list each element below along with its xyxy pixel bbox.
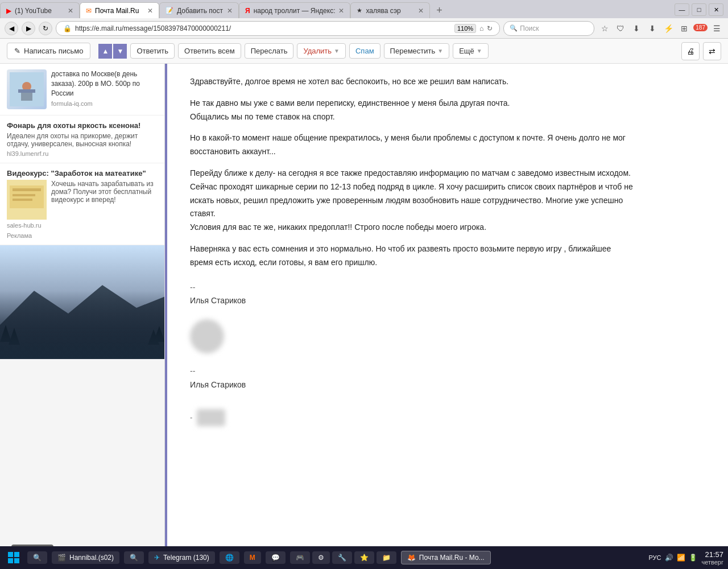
tab-title-youtube: (1) YouTube <box>15 7 64 15</box>
url-box[interactable]: 🔒 https://e.mail.ru/message/150839784700… <box>56 21 500 36</box>
tab-close-yandex[interactable]: ✕ <box>338 7 344 15</box>
taskbar-search[interactable]: 🔍 <box>27 551 47 564</box>
minimize-button[interactable]: — <box>675 3 689 16</box>
more-button[interactable]: Ещё ▼ <box>453 43 489 59</box>
ti1: 🎮 <box>296 554 304 562</box>
tab-close-addpost[interactable]: ✕ <box>227 7 233 15</box>
email-paragraph-2: Не так давно мы уже с вами вели переписк… <box>190 97 634 124</box>
move-label: Переместить <box>390 47 436 55</box>
move-dropdown-icon: ▼ <box>437 48 443 54</box>
tab-mail[interactable]: ✉ Почта Mail.Ru ✕ <box>80 2 159 18</box>
prev-mail-button[interactable]: ▲ <box>98 44 112 59</box>
taskbar-search-icon: 🔍 <box>33 554 42 562</box>
extensions-icon[interactable]: ⚡ <box>661 22 675 35</box>
reply-all-button[interactable]: Ответить всем <box>178 43 241 59</box>
taskbar-search2[interactable]: 🔍 <box>124 551 144 564</box>
taskbar-day: четверг <box>702 559 724 566</box>
apps-icon[interactable]: ⊞ <box>677 22 691 35</box>
taskbar-chat[interactable]: 💬 <box>266 551 286 564</box>
taskbar-icon-1[interactable]: 🎮 <box>290 551 310 564</box>
search-placeholder: Поиск <box>520 24 539 32</box>
close-button[interactable]: ✕ <box>709 3 723 16</box>
taskbar-mail-icon: 🦊 <box>407 554 416 562</box>
ad-description-delivery: доставка по Москве(в день заказа). 200р … <box>51 69 158 98</box>
ad-domain-torch: hl39.lumenrf.ru <box>7 150 158 157</box>
taskbar-misc-icons: 🎮 ⚙ 🔧 ⭐ 📁 <box>290 551 396 564</box>
delete-label: Удалить <box>303 47 332 55</box>
tab-close-youtube[interactable]: ✕ <box>68 7 73 15</box>
svg-rect-17 <box>8 558 13 563</box>
bookmarks-icon[interactable]: ☆ <box>598 22 611 35</box>
taskbar-mail-m[interactable]: M <box>244 551 261 564</box>
forward-label: Переслать <box>251 47 288 55</box>
small-avatar-area: - <box>190 403 634 432</box>
ad-text-delivery: доставка по Москве(в день заказа). 200р … <box>51 69 158 109</box>
taskbar-search2-icon: 🔍 <box>130 554 138 562</box>
shield-icon[interactable]: 🛡 <box>614 22 627 35</box>
tab-addpost[interactable]: 📝 Добавить пост ✕ <box>159 2 239 18</box>
ti2: ⚙ <box>318 554 324 562</box>
print-button[interactable]: 🖨 <box>681 42 700 60</box>
taskbar-icon-2[interactable]: ⚙ <box>312 551 330 564</box>
taskbar: 🔍 🎬 Hannibal.(s02) 🔍 ✈ Telegram (130) 🌐 … <box>0 546 728 569</box>
spam-button[interactable]: Спам <box>349 43 380 59</box>
forward-button[interactable]: ▶ <box>22 22 35 35</box>
tab-close-freebie[interactable]: ✕ <box>418 7 424 15</box>
download-icon[interactable]: ⬇ <box>630 22 643 35</box>
notification-badge: 187 <box>693 24 708 31</box>
search-box[interactable]: 🔍 Поиск <box>503 21 594 36</box>
tab-youtube[interactable]: ▶ (1) YouTube ✕ <box>0 2 80 18</box>
download2-icon[interactable]: ⬇ <box>646 22 659 35</box>
yandex-favicon: Я <box>245 7 250 15</box>
tab-yandex[interactable]: Я народ троллит — Яндекс: ✕ <box>239 2 350 18</box>
avatar-placeholder-1 <box>190 319 224 353</box>
tab-freebie[interactable]: ★ халява сэр ✕ <box>350 2 430 18</box>
reply-button[interactable]: Ответить <box>130 43 175 59</box>
taskbar-clock: 21:57 четверг <box>702 550 724 566</box>
svg-rect-8 <box>13 199 32 201</box>
svg-marker-12 <box>9 328 20 345</box>
window-controls: — □ ✕ <box>675 3 728 18</box>
start-button[interactable] <box>5 549 23 567</box>
svg-rect-9 <box>0 245 164 359</box>
compose-button[interactable]: ✎ Написать письмо <box>7 43 90 59</box>
next-mail-button[interactable]: ▼ <box>113 44 127 59</box>
svg-rect-6 <box>13 188 41 191</box>
new-tab-button[interactable]: + <box>430 2 448 18</box>
move-button[interactable]: Переместить ▼ <box>384 43 450 59</box>
taskbar-icon-3[interactable]: 🔧 <box>332 551 352 564</box>
taskbar-icon-4[interactable]: ⭐ <box>354 551 374 564</box>
main-layout: доставка по Москве(в день заказа). 200р … <box>0 64 728 569</box>
refresh-button[interactable]: ↻ <box>39 22 52 35</box>
taskbar-browser[interactable]: 🌐 <box>220 551 239 564</box>
taskbar-time: 21:57 <box>702 550 724 559</box>
taskbar-hannibal[interactable]: 🎬 Hannibal.(s02) <box>52 551 119 564</box>
ad-block-sub-torch: Идеален для охоты на прикорме, держит от… <box>7 132 158 148</box>
mail-nav-arrows: ▲ ▼ <box>98 44 127 59</box>
taskbar-mail-active[interactable]: 🦊 Почта Mail.Ru - Мо... <box>401 551 491 564</box>
compose-icon: ✎ <box>14 47 20 55</box>
taskbar-telegram[interactable]: ✈ Telegram (130) <box>148 551 215 564</box>
ad-domain-delivery: formula-iq.com <box>51 100 158 107</box>
home-icon: ⌂ <box>479 24 483 32</box>
taskbar-icon-5[interactable]: 📁 <box>377 551 396 564</box>
small-sig-dash: - <box>190 411 192 424</box>
tab-title-yandex: народ троллит — Яндекс: <box>254 7 336 15</box>
ad-block-sub-course: Хочешь начать зарабатывать из дома? Полу… <box>7 180 158 220</box>
address-bar: ◀ ▶ ↻ 🔒 https://e.mail.ru/message/150839… <box>0 18 728 39</box>
email-paragraph-5: Наверняка у вас есть сомнения и это норм… <box>190 242 634 270</box>
maximize-button[interactable]: □ <box>692 3 706 16</box>
compose-label: Написать письмо <box>24 47 83 55</box>
tab-bar: ▶ (1) YouTube ✕ ✉ Почта Mail.Ru ✕ 📝 Доба… <box>0 0 728 18</box>
ad-block-course: Видеокурс: "Заработок на матеатике" Хоче… <box>0 163 164 245</box>
delete-button[interactable]: Удалить ▼ <box>297 43 346 59</box>
menu-icon[interactable]: ☰ <box>710 22 723 35</box>
back-button[interactable]: ◀ <box>5 22 18 35</box>
ad-item-delivery: доставка по Москве(в день заказа). 200р … <box>0 64 164 116</box>
tab-close-mail[interactable]: ✕ <box>147 7 153 15</box>
taskbar-hannibal-icon: 🎬 <box>57 554 66 562</box>
email-p2-text: Не так давно мы уже с вами вели переписк… <box>190 98 510 121</box>
forward-button[interactable]: Переслать <box>245 43 294 59</box>
sync-button[interactable]: ⇄ <box>703 42 721 60</box>
freebie-favicon: ★ <box>357 7 362 14</box>
